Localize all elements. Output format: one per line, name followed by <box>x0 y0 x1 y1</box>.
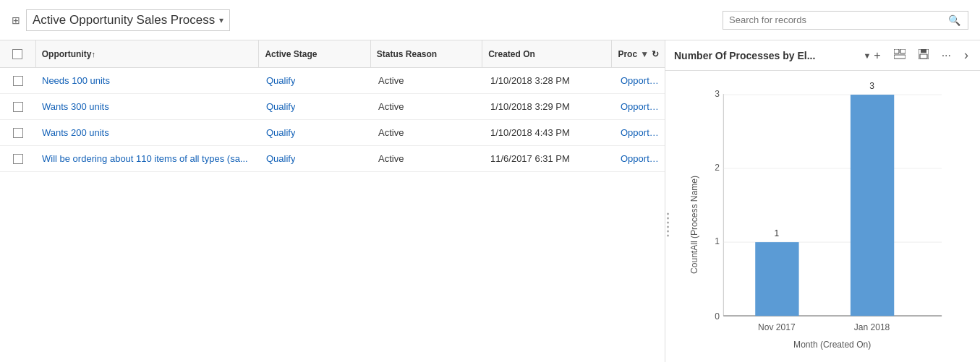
created-text-0: 1/10/2018 3:28 PM <box>490 75 570 86</box>
select-all-checkbox[interactable] <box>12 49 22 59</box>
status-text-3: Active <box>378 153 404 164</box>
drag-handle[interactable] <box>665 210 670 239</box>
search-button[interactable]: 🔍 <box>947 14 962 26</box>
col-header-process[interactable]: Proc ▼ ↻ <box>612 40 665 67</box>
row-checkbox-3[interactable] <box>0 146 36 171</box>
process-link-3[interactable]: Opportunity Sa... <box>621 153 659 164</box>
chart-expand-button[interactable]: › <box>961 46 971 64</box>
process-link-1[interactable]: Opportunity Sa... <box>621 101 659 112</box>
main-layout: Opportunity Active Stage Status Reason C… <box>0 40 980 362</box>
svg-text:1: 1 <box>715 236 720 246</box>
svg-text:Jan 2018: Jan 2018 <box>854 322 890 332</box>
svg-text:3: 3 <box>869 81 874 91</box>
status-text-2: Active <box>378 127 404 138</box>
process-col-icons: ▼ ↻ <box>640 49 659 59</box>
col-header-created-on[interactable]: Created On <box>482 40 612 67</box>
svg-text:2: 2 <box>715 163 720 173</box>
cell-opportunity-0: Needs 100 units <box>36 68 260 93</box>
table-row: Will be ordering about 110 items of all … <box>0 146 665 172</box>
cell-stage-3: Qualify <box>260 146 372 171</box>
chart-header: Number Of Processes by El... ▼ + ··· › <box>665 40 980 71</box>
cell-status-3: Active <box>372 146 485 171</box>
opportunity-link-1[interactable]: Wants 300 units <box>42 101 109 112</box>
svg-rect-0 <box>894 49 899 53</box>
chart-panel: Number Of Processes by El... ▼ + ··· › <box>665 40 980 362</box>
chart-body: CountAll (Process Name) 0 1 2 3 <box>665 71 980 362</box>
table-row: Needs 100 units Qualify Active 1/10/2018… <box>0 68 665 94</box>
svg-text:0: 0 <box>715 311 720 322</box>
col-header-status-reason[interactable]: Status Reason <box>371 40 482 67</box>
svg-text:CountAll (Process Name): CountAll (Process Name) <box>689 176 699 274</box>
filter-icon[interactable]: ▼ <box>640 49 649 59</box>
stage-link-2[interactable]: Qualify <box>266 127 295 138</box>
status-text-1: Active <box>378 101 404 112</box>
cell-opportunity-3: Will be ordering about 110 items of all … <box>36 146 260 171</box>
chart-svg-wrapper: CountAll (Process Name) 0 1 2 3 <box>680 78 966 362</box>
row-checkbox-1[interactable] <box>0 94 36 119</box>
cell-process-2: Opportunity Sa... <box>615 120 665 145</box>
created-text-2: 1/10/2018 4:43 PM <box>490 127 570 138</box>
opportunity-link-0[interactable]: Needs 100 units <box>42 75 110 86</box>
grid-body: Needs 100 units Qualify Active 1/10/2018… <box>0 68 665 362</box>
cell-created-0: 1/10/2018 3:28 PM <box>485 68 615 93</box>
grid-panel: Opportunity Active Stage Status Reason C… <box>0 40 665 362</box>
select-all-col[interactable] <box>0 40 36 67</box>
status-text-0: Active <box>378 75 404 86</box>
cell-status-2: Active <box>372 120 485 145</box>
col-header-opportunity[interactable]: Opportunity <box>36 40 260 67</box>
opportunity-link-2[interactable]: Wants 200 units <box>42 127 109 138</box>
chart-add-button[interactable]: + <box>871 48 883 64</box>
svg-rect-2 <box>894 55 906 59</box>
row-checkbox-2[interactable] <box>0 120 36 145</box>
cell-stage-2: Qualify <box>260 120 372 145</box>
cell-process-3: Opportunity Sa... <box>615 146 665 171</box>
cell-created-1: 1/10/2018 3:29 PM <box>485 94 615 119</box>
grid-header: Opportunity Active Stage Status Reason C… <box>0 40 665 68</box>
stage-link-3[interactable]: Qualify <box>266 153 295 164</box>
cell-process-1: Opportunity Sa... <box>615 94 665 119</box>
cell-created-3: 11/6/2017 6:31 PM <box>485 146 615 171</box>
stage-link-0[interactable]: Qualify <box>266 75 295 86</box>
chart-layout-button[interactable] <box>891 48 908 64</box>
grid-icon: ⊞ <box>12 14 20 26</box>
chart-actions: + ··· › <box>871 46 971 64</box>
row-checkbox-0[interactable] <box>0 68 36 93</box>
svg-rect-4 <box>921 49 926 53</box>
table-row: Wants 300 units Qualify Active 1/10/2018… <box>0 94 665 120</box>
cell-opportunity-2: Wants 200 units <box>36 120 260 145</box>
header: ⊞ Active Opportunity Sales Process ▾ 🔍 <box>0 0 980 40</box>
svg-text:3: 3 <box>715 89 720 99</box>
cell-created-2: 1/10/2018 4:43 PM <box>485 120 615 145</box>
view-title: Active Opportunity Sales Process <box>33 13 215 27</box>
chart-more-button[interactable]: ··· <box>939 48 954 64</box>
chart-title-chevron-icon[interactable]: ▼ <box>863 51 871 60</box>
cell-status-0: Active <box>372 68 485 93</box>
search-input[interactable] <box>729 14 947 25</box>
view-title-box[interactable]: Active Opportunity Sales Process ▾ <box>26 9 230 31</box>
created-text-1: 1/10/2018 3:29 PM <box>490 101 570 112</box>
svg-text:Nov 2017: Nov 2017 <box>758 322 796 332</box>
cell-status-1: Active <box>372 94 485 119</box>
process-link-0[interactable]: Opportunity Sa... <box>621 75 659 86</box>
bar-nov2017[interactable] <box>755 242 798 316</box>
cell-opportunity-1: Wants 300 units <box>36 94 260 119</box>
bar-jan2018[interactable] <box>851 95 894 316</box>
process-link-2[interactable]: Opportunity Sa... <box>621 127 659 138</box>
chart-title: Number Of Processes by El... <box>674 50 860 61</box>
search-box[interactable]: 🔍 <box>723 11 968 30</box>
col-header-active-stage[interactable]: Active Stage <box>259 40 370 67</box>
svg-text:Month (Created On): Month (Created On) <box>793 340 871 350</box>
refresh-icon[interactable]: ↻ <box>652 49 659 59</box>
table-row: Wants 200 units Qualify Active 1/10/2018… <box>0 120 665 146</box>
title-chevron-icon: ▾ <box>219 15 223 25</box>
chart-svg: CountAll (Process Name) 0 1 2 3 <box>680 78 966 362</box>
svg-text:1: 1 <box>775 228 780 238</box>
svg-rect-5 <box>920 54 927 59</box>
cell-process-0: Opportunity Sa... <box>615 68 665 93</box>
cell-stage-0: Qualify <box>260 68 372 93</box>
stage-link-1[interactable]: Qualify <box>266 101 295 112</box>
opportunity-link-3[interactable]: Will be ordering about 110 items of all … <box>42 153 248 164</box>
svg-rect-1 <box>900 49 906 53</box>
chart-save-button[interactable] <box>916 48 932 64</box>
cell-stage-1: Qualify <box>260 94 372 119</box>
